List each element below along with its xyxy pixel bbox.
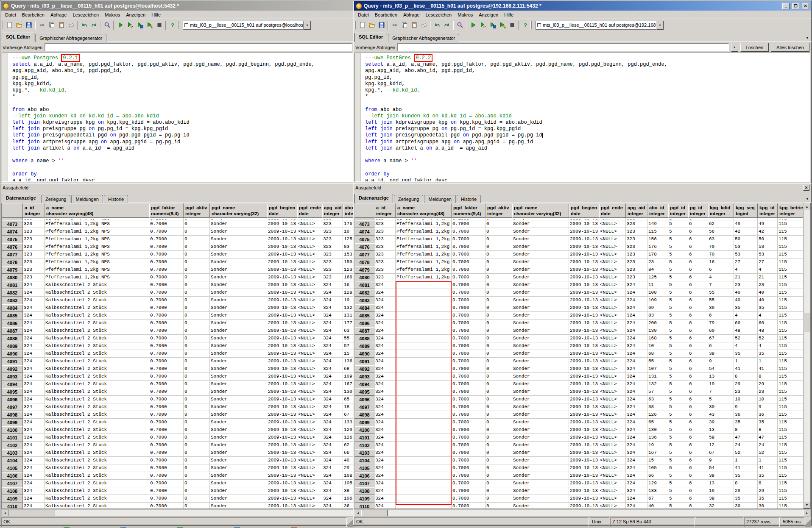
cell-pgd_aktiv[interactable]: 0 bbox=[486, 258, 512, 266]
cell-pgd_faktor[interactable]: 0.7000 bbox=[149, 373, 184, 381]
cell-abo_id[interactable]: 129 bbox=[647, 480, 668, 487]
cell-a_name[interactable]: Kalbsschnitzel 2 Stück bbox=[45, 320, 149, 327]
cell-a_name[interactable] bbox=[396, 358, 452, 365]
cell-pgd_beginn[interactable]: 2009-10-13 bbox=[569, 220, 599, 228]
cell-pg_id[interactable]: 6 bbox=[688, 320, 708, 327]
cell-pgd_faktor[interactable]: 0.7000 bbox=[452, 220, 486, 228]
row-number[interactable]: 4085 bbox=[354, 312, 374, 320]
cell-a_name[interactable] bbox=[396, 503, 452, 509]
cell-pgd_name[interactable]: Sonder bbox=[210, 243, 267, 251]
cell-pgd_id[interactable]: 5 bbox=[668, 312, 688, 320]
cell-pgd_id[interactable]: 5 bbox=[668, 495, 688, 503]
tab-overflow-icon[interactable]: ▼ bbox=[806, 36, 809, 40]
cell-abo_id[interactable]: 177 bbox=[343, 320, 353, 327]
cell-kpg_betrieb[interactable]: 115 bbox=[778, 480, 806, 487]
cell-pgd_beginn[interactable]: 2009-10-13 bbox=[569, 464, 599, 472]
cell-kpg_betrieb[interactable]: 115 bbox=[778, 350, 806, 358]
cell-pgd_ende[interactable]: <NULL> bbox=[297, 365, 322, 373]
cell-abo_id[interactable]: 125 bbox=[343, 236, 353, 243]
cell-pgd_beginn[interactable]: 2009-10-13 bbox=[267, 220, 297, 228]
row-number[interactable]: 4076 bbox=[354, 243, 374, 251]
cell-a_name[interactable] bbox=[396, 464, 452, 472]
row-number[interactable]: 4109 bbox=[354, 495, 374, 503]
cell-apg_aid[interactable]: 324 bbox=[626, 472, 647, 480]
row-number[interactable]: 4108 bbox=[354, 487, 374, 495]
cell-apg_aid[interactable]: 324 bbox=[626, 335, 647, 342]
cell-a_id[interactable]: 324 bbox=[23, 312, 45, 320]
cell-pgd_beginn[interactable]: 2009-10-13 bbox=[569, 304, 599, 312]
row-number[interactable]: 4107 bbox=[2, 480, 23, 487]
cell-pgd_name[interactable]: Sonder bbox=[210, 388, 267, 396]
cell-a_id[interactable]: 324 bbox=[374, 419, 396, 426]
alles-löschen-button[interactable]: Alles löschen bbox=[771, 43, 809, 52]
cell-pgd_beginn[interactable]: 2009-10-13 bbox=[569, 457, 599, 464]
execute-pgscript-button[interactable]: P bbox=[478, 20, 488, 30]
cell-kpg_seq[interactable]: 53 bbox=[734, 251, 758, 258]
cell-pgd_name[interactable]: Sonder bbox=[512, 304, 569, 312]
cell-pgd_name[interactable]: Sonder bbox=[210, 381, 267, 388]
cell-pgd_name[interactable]: Sonder bbox=[512, 342, 569, 350]
cell-pgd_beginn[interactable]: 2009-10-13 bbox=[267, 426, 297, 434]
row-number[interactable]: 4073 bbox=[2, 220, 23, 228]
cell-pgd_ende[interactable]: <NULL> bbox=[599, 403, 626, 411]
cell-kpg_id[interactable]: 4 bbox=[758, 266, 778, 274]
cell-pgd_name[interactable]: Sonder bbox=[210, 342, 267, 350]
cell-pg_id[interactable]: 6 bbox=[688, 297, 708, 304]
cell-pgd_id[interactable]: 5 bbox=[668, 266, 688, 274]
previous-queries-combo[interactable] bbox=[397, 43, 728, 51]
cell-pg_id[interactable]: 6 bbox=[688, 350, 708, 358]
tab-graphischer-abfragegenerator[interactable]: Graphischer Abfragegenerator bbox=[388, 34, 459, 42]
cell-a_name[interactable]: Pfeffersalami 1,2kg NPS bbox=[396, 236, 452, 243]
cell-pgd_faktor[interactable]: 0.7000 bbox=[452, 472, 486, 480]
cell-a_name[interactable] bbox=[396, 365, 452, 373]
cell-pgd_name[interactable]: Sonder bbox=[512, 411, 569, 419]
cell-pgd_faktor[interactable]: 0.7000 bbox=[452, 312, 486, 320]
cell-pgd_aktiv[interactable]: 0 bbox=[184, 373, 210, 381]
cell-abo_id[interactable]: 139 bbox=[647, 327, 668, 335]
column-header-pgd_aktiv[interactable]: pgd_aktivinteger bbox=[184, 203, 210, 218]
cell-abo_id[interactable]: 66 bbox=[343, 449, 353, 457]
cell-a_name[interactable] bbox=[396, 434, 452, 442]
cell-a_name[interactable]: Kalbsschnitzel 2 Stück bbox=[45, 281, 149, 289]
cell-pgd_ende[interactable]: <NULL> bbox=[297, 403, 322, 411]
cell-pgd_faktor[interactable]: 0.7000 bbox=[149, 487, 184, 495]
cell-a_name[interactable] bbox=[396, 350, 452, 358]
cell-pg_id[interactable]: 6 bbox=[688, 373, 708, 381]
cell-a_id[interactable]: 324 bbox=[23, 281, 45, 289]
cell-kpg_id[interactable]: 41 bbox=[758, 464, 778, 472]
cell-a_name[interactable] bbox=[396, 472, 452, 480]
cell-pgd_faktor[interactable]: 0.7000 bbox=[149, 365, 184, 373]
cell-kpg_id[interactable]: 35 bbox=[758, 419, 778, 426]
menu-anzeigen[interactable]: Anzeigen bbox=[476, 11, 501, 18]
cell-kpg_id[interactable]: 53 bbox=[758, 251, 778, 258]
cell-apg_aid[interactable]: 324 bbox=[322, 495, 343, 503]
cell-kpg_id[interactable]: 35 bbox=[758, 495, 778, 503]
cell-pgd_aktiv[interactable]: 0 bbox=[184, 220, 210, 228]
cell-pgd_ende[interactable]: <NULL> bbox=[297, 464, 322, 472]
cell-kpg_seq[interactable]: 60 bbox=[734, 320, 758, 327]
row-number[interactable]: 4103 bbox=[354, 449, 374, 457]
cell-a_name[interactable] bbox=[396, 335, 452, 342]
cell-kpg_kdid[interactable]: 79 bbox=[708, 320, 734, 327]
cell-kpg_kdid[interactable]: 13 bbox=[708, 480, 734, 487]
cell-pg_id[interactable]: 6 bbox=[688, 342, 708, 350]
cell-a_id[interactable]: 324 bbox=[374, 457, 396, 464]
cell-abo_id[interactable]: 84 bbox=[647, 266, 668, 274]
scrollbar-thumb[interactable] bbox=[804, 313, 810, 332]
cell-pgd_name[interactable]: Sonder bbox=[210, 335, 267, 342]
cell-abo_id[interactable]: 131 bbox=[647, 373, 668, 381]
cell-pgd_beginn[interactable]: 2009-10-13 bbox=[267, 327, 297, 335]
cell-pgd_ende[interactable]: <NULL> bbox=[297, 373, 322, 381]
cell-pgd_id[interactable]: 5 bbox=[668, 487, 688, 495]
cell-abo_id[interactable]: 168 bbox=[647, 335, 668, 342]
cell-pgd_faktor[interactable]: 0.7000 bbox=[452, 243, 486, 251]
cell-pgd_name[interactable]: Sonder bbox=[210, 457, 267, 464]
cell-pgd_name[interactable]: Sonder bbox=[512, 434, 569, 442]
cell-apg_aid[interactable]: 324 bbox=[322, 327, 343, 335]
cell-kpg_betrieb[interactable]: 115 bbox=[778, 388, 806, 396]
cell-a_name[interactable]: Kalbsschnitzel 2 Stück bbox=[45, 358, 149, 365]
cell-pgd_aktiv[interactable]: 0 bbox=[486, 480, 512, 487]
cell-abo_id[interactable]: 67 bbox=[647, 495, 668, 503]
cell-pgd_aktiv[interactable]: 0 bbox=[486, 342, 512, 350]
cell-pgd_faktor[interactable]: 0.7000 bbox=[452, 274, 486, 281]
